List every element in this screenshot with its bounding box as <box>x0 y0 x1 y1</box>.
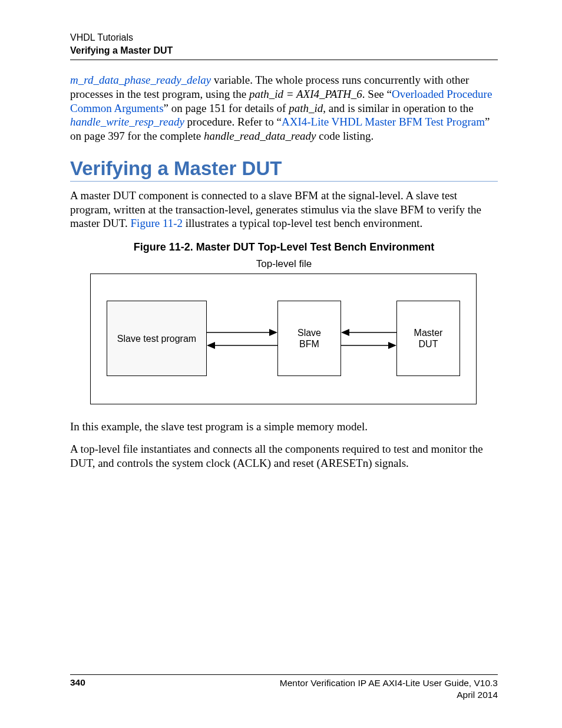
box-slave-bfm: Slave BFM <box>277 301 341 376</box>
footer-doc-title: Mentor Verification IP AE AXI4-Lite User… <box>280 677 498 689</box>
emphasis: handle_read_data_ready <box>204 130 316 142</box>
paragraph: In this example, the slave test program … <box>70 420 498 434</box>
page-footer: 340 Mentor Verification IP AE AXI4-Lite … <box>70 674 498 701</box>
link-handle-write-resp-ready[interactable]: handle_write_resp_ready <box>70 116 184 128</box>
svg-marker-5 <box>341 329 349 336</box>
text: illustrates a typical top-level test ben… <box>183 217 422 229</box>
text: . See “ <box>362 88 392 100</box>
box-label-line1: Master <box>414 328 443 338</box>
box-label-line1: Slave <box>297 328 321 338</box>
header-section: Verifying a Master DUT <box>70 44 498 57</box>
footer-date: April 2014 <box>280 689 498 701</box>
section-heading: Verifying a Master DUT <box>70 157 498 182</box>
header-rule <box>70 60 498 60</box>
emphasis: path_id <box>289 102 323 114</box>
emphasis: path_id = AXI4_PATH_6 <box>249 88 362 100</box>
text: procedure. Refer to “ <box>184 116 282 128</box>
paragraph: A master DUT component is connected to a… <box>70 189 498 230</box>
running-header: VHDL Tutorials Verifying a Master DUT <box>70 31 498 60</box>
text: code listing. <box>316 130 374 142</box>
svg-marker-1 <box>269 329 277 336</box>
link-axi4-lite-vhdl-master-bfm-test-program[interactable]: AXI4-Lite VHDL Master BFM Test Program <box>282 116 485 128</box>
arrow-sbfm-to-mdut <box>341 341 396 350</box>
text: ” on page 151 for details of <box>164 102 289 114</box>
svg-marker-3 <box>207 342 215 349</box>
page-number: 340 <box>70 677 85 688</box>
figure-top-label: Top-level file <box>256 258 312 270</box>
box-master-dut: Master DUT <box>396 301 460 376</box>
paragraph-continuation: m_rd_data_phase_ready_delay variable. Th… <box>70 73 498 143</box>
svg-marker-7 <box>388 342 396 349</box>
text: , and is similar in operation to the <box>323 102 473 114</box>
footer-rule <box>70 674 498 675</box>
arrow-stp-to-sbfm <box>207 328 277 337</box>
link-figure-11-2[interactable]: Figure 11-2 <box>131 217 183 229</box>
arrow-mdut-to-sbfm <box>341 328 396 337</box>
paragraph: A top-level file instantiates and connec… <box>70 442 498 470</box>
box-label-line2: BFM <box>299 339 319 349</box>
link-m-rd-data-phase-ready-delay[interactable]: m_rd_data_phase_ready_delay <box>70 74 211 86</box>
figure-caption: Figure 11-2. Master DUT Top-Level Test B… <box>70 241 498 253</box>
box-label-line2: DUT <box>419 339 438 349</box>
box-label: Slave test program <box>117 333 196 344</box>
arrow-sbfm-to-stp <box>207 341 277 350</box>
box-slave-test-program: Slave test program <box>107 301 207 376</box>
figure-11-2: Top-level file Slave test program Slave … <box>90 258 478 406</box>
header-chapter: VHDL Tutorials <box>70 31 498 44</box>
